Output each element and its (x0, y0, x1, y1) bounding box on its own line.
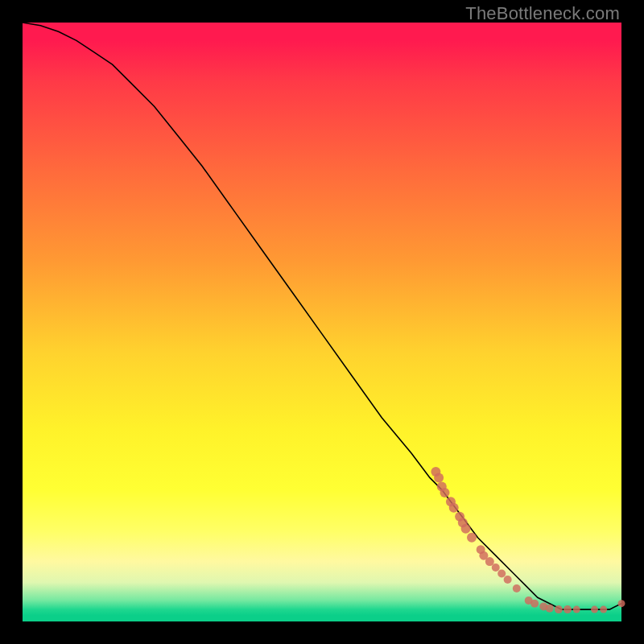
chart-svg (23, 23, 621, 621)
data-marker (497, 569, 506, 577)
data-marker (530, 600, 539, 608)
data-marker (600, 606, 607, 613)
plot-area (23, 23, 621, 621)
curve-line (23, 23, 621, 609)
data-marker (618, 600, 625, 607)
data-marker (440, 488, 450, 497)
data-marker (591, 606, 598, 613)
data-marker (492, 564, 500, 572)
data-marker (513, 584, 521, 592)
data-marker (434, 473, 444, 482)
data-marker (449, 503, 459, 513)
data-marker (485, 557, 494, 566)
marker-group (431, 467, 625, 613)
data-marker (461, 524, 471, 534)
watermark-text: TheBottleneck.com (465, 3, 620, 24)
data-marker (555, 605, 563, 613)
chart-frame: TheBottleneck.com (0, 0, 644, 644)
data-marker (467, 533, 477, 543)
data-marker (504, 576, 512, 584)
data-marker (546, 605, 554, 613)
data-marker (564, 605, 572, 613)
data-marker (573, 606, 580, 613)
